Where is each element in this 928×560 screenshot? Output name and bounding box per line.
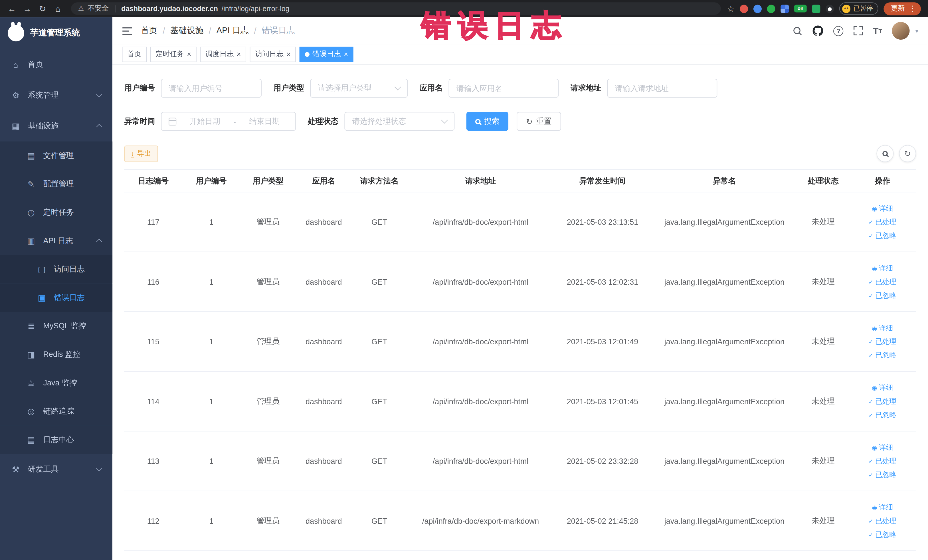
app-name-input[interactable] xyxy=(449,79,559,98)
breadcrumb-home[interactable]: 首页 xyxy=(141,25,157,36)
tab-error-log[interactable]: 错误日志 × xyxy=(299,46,353,62)
sidebar-item-error-log[interactable]: ▣ 错误日志 xyxy=(0,284,112,312)
mark-ignored-link[interactable]: ✓ 已忽略 xyxy=(868,290,896,301)
extension-icon-blue[interactable] xyxy=(753,5,762,13)
field-label: 请求地址 xyxy=(571,83,601,93)
sidebar-item-java-monitor[interactable]: ☕ Java 监控 xyxy=(0,369,112,397)
exception-time-range[interactable]: 开始日期 - 结束日期 xyxy=(161,112,296,131)
github-icon[interactable] xyxy=(813,25,823,36)
mark-processed-link[interactable]: ✓ 已处理 xyxy=(868,516,896,526)
app-logo[interactable]: 芋道管理系统 xyxy=(0,17,112,49)
security-label[interactable]: 不安全 xyxy=(88,3,109,14)
mark-ignored-link[interactable]: ✓ 已忽略 xyxy=(868,529,896,539)
sidebar-item-mysql-monitor[interactable]: ≣ MySQL 监控 xyxy=(0,312,112,340)
cell-actions: ◉ 详细 ✓ 已处理 ✓ 已忽略 xyxy=(849,443,916,480)
sidebar-item-scheduled-jobs[interactable]: ◷ 定时任务 xyxy=(0,198,112,227)
refresh-icon: ↻ xyxy=(904,149,911,158)
sidebar-item-home[interactable]: ⌂ 首页 xyxy=(0,49,112,80)
sidebar-item-log-center[interactable]: ▤ 日志中心 xyxy=(0,426,112,454)
tab-access-log[interactable]: 访问日志 × xyxy=(250,46,296,62)
search-toggle-button[interactable] xyxy=(876,145,893,162)
address-bar[interactable]: ⚠ 不安全 dashboard.yudao.iocoder.cn /infra/… xyxy=(71,2,721,15)
search-icon xyxy=(882,151,888,156)
export-button[interactable]: ↓ 导出 xyxy=(124,145,158,162)
menu-dots-icon[interactable]: ⋮ xyxy=(908,4,916,13)
calendar-icon xyxy=(169,117,176,125)
user-avatar[interactable] xyxy=(892,22,910,40)
tab-home[interactable]: 首页 xyxy=(122,46,147,62)
cell-log-id: 116 xyxy=(124,277,182,286)
detail-link[interactable]: ◉ 详细 xyxy=(872,323,893,333)
cell-method: GET xyxy=(351,277,407,286)
forward-button[interactable]: → xyxy=(20,2,35,16)
sync-paused-label: 已暂停 xyxy=(853,4,873,13)
home-button[interactable]: ⌂ xyxy=(51,2,65,16)
extension-icon-grid[interactable] xyxy=(780,5,789,13)
cell-app-name: dashboard xyxy=(296,337,351,346)
tab-scheduler-log[interactable]: 调度日志 × xyxy=(200,46,246,62)
extension-icon-red[interactable] xyxy=(740,5,748,13)
security-warning-icon: ⚠ xyxy=(78,5,84,12)
extension-icon-leaf[interactable] xyxy=(812,5,820,13)
profile-chip[interactable]: 已暂停 xyxy=(839,2,878,15)
refresh-button[interactable]: ↻ xyxy=(899,145,916,162)
check-icon: ✓ xyxy=(868,352,873,358)
sidebar-item-config-manage[interactable]: ✎ 配置管理 xyxy=(0,170,112,198)
start-date-placeholder: 开始日期 xyxy=(181,116,229,127)
request-url-input[interactable] xyxy=(607,79,717,98)
user-id-input[interactable] xyxy=(161,79,262,98)
mark-processed-link[interactable]: ✓ 已处理 xyxy=(868,396,896,406)
search-button[interactable]: 搜索 xyxy=(466,112,508,131)
avatar-caret-icon[interactable]: ▾ xyxy=(915,27,918,35)
detail-link[interactable]: ◉ 详细 xyxy=(872,443,893,452)
cell-actions: ◉ 详细 ✓ 已处理 ✓ 已忽略 xyxy=(849,203,916,241)
close-icon[interactable]: × xyxy=(286,50,291,58)
sidebar-item-api-log[interactable]: ▥ API 日志 xyxy=(0,227,112,255)
mark-processed-link[interactable]: ✓ 已处理 xyxy=(868,336,896,346)
detail-link[interactable]: ◉ 详细 xyxy=(872,203,893,214)
bookmark-star-icon[interactable]: ☆ xyxy=(727,4,734,13)
tab-scheduled-jobs[interactable]: 定时任务 × xyxy=(150,46,197,62)
search-icon[interactable] xyxy=(792,26,803,36)
mark-processed-link[interactable]: ✓ 已处理 xyxy=(868,277,896,287)
close-icon[interactable]: × xyxy=(344,50,348,58)
font-size-icon[interactable]: TT xyxy=(873,26,882,36)
field-label: 用户类型 xyxy=(273,83,304,93)
extension-on-badge[interactable]: on xyxy=(794,5,807,12)
update-button[interactable]: 更新 ⋮ xyxy=(884,2,921,15)
sidebar-item-trace[interactable]: ◎ 链路追踪 xyxy=(0,397,112,426)
mark-processed-link[interactable]: ✓ 已处理 xyxy=(868,217,896,227)
sidebar-item-redis-monitor[interactable]: ◨ Redis 监控 xyxy=(0,340,112,369)
breadcrumb-infrastructure[interactable]: 基础设施 xyxy=(170,25,203,36)
mark-processed-link[interactable]: ✓ 已处理 xyxy=(868,456,896,466)
sidebar-item-dev-tools[interactable]: ⚒ 研发工具 xyxy=(0,454,112,485)
sidebar-item-system-manage[interactable]: ⚙ 系统管理 xyxy=(0,80,112,111)
cell-exception-time: 2021-05-02 23:32:28 xyxy=(554,457,651,465)
close-icon[interactable]: × xyxy=(187,50,191,58)
fullscreen-icon[interactable] xyxy=(853,26,863,35)
user-type-select[interactable]: 请选择用户类型 xyxy=(310,79,408,98)
detail-link[interactable]: ◉ 详细 xyxy=(872,383,893,392)
process-status-select[interactable]: 请选择处理状态 xyxy=(344,112,455,131)
back-button[interactable]: ← xyxy=(5,2,19,16)
hamburger-menu-icon[interactable] xyxy=(122,26,132,35)
sidebar-item-access-log[interactable]: ▢ 访问日志 xyxy=(0,255,112,284)
close-icon[interactable]: × xyxy=(237,50,241,58)
mark-ignored-link[interactable]: ✓ 已忽略 xyxy=(868,410,896,420)
extension-icon-green[interactable] xyxy=(767,5,775,13)
eye-icon: ◉ xyxy=(872,205,877,212)
sidebar-item-file-manage[interactable]: ▤ 文件管理 xyxy=(0,142,112,170)
mark-ignored-link[interactable]: ✓ 已忽略 xyxy=(868,470,896,479)
detail-link[interactable]: ◉ 详细 xyxy=(872,502,893,512)
reload-button[interactable]: ↻ xyxy=(35,2,50,16)
breadcrumb-api-log[interactable]: API 日志 xyxy=(217,25,249,36)
mark-ignored-link[interactable]: ✓ 已忽略 xyxy=(868,350,896,360)
reset-button[interactable]: ↻ 重置 xyxy=(517,112,561,131)
help-icon[interactable]: ? xyxy=(833,26,843,36)
cell-log-id: 115 xyxy=(124,337,182,346)
sidebar-item-infrastructure[interactable]: ▦ 基础设施 xyxy=(0,111,112,142)
cell-app-name: dashboard xyxy=(296,397,351,406)
mark-ignored-link[interactable]: ✓ 已忽略 xyxy=(868,230,896,241)
detail-link[interactable]: ◉ 详细 xyxy=(872,263,893,273)
extension-icon-paw[interactable] xyxy=(826,5,834,13)
